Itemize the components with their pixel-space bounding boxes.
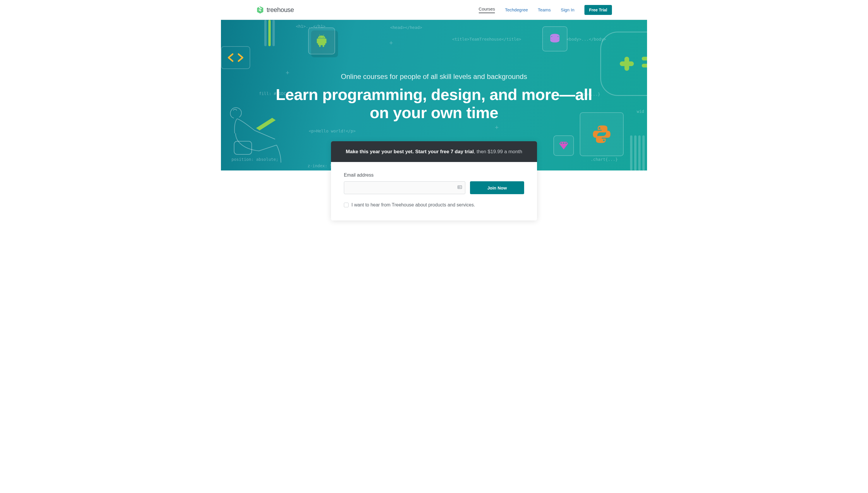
signup-header-bold: Make this year your best yet. Start your… [346, 149, 474, 154]
site-header: treehouse Courses Techdegree Teams Sign … [221, 0, 647, 20]
join-now-button[interactable]: Join Now [470, 181, 524, 194]
marketing-optin-checkbox[interactable] [344, 202, 349, 207]
nav-techdegree[interactable]: Techdegree [505, 7, 528, 12]
deco-code-chart: .chart{...} [591, 157, 618, 162]
logo-text: treehouse [267, 6, 294, 14]
signup-header-rest: , then $19.99 a month [474, 149, 522, 154]
contact-card-icon [457, 185, 462, 191]
nav-courses[interactable]: Courses [479, 6, 495, 13]
svg-rect-7 [459, 187, 460, 188]
nav-teams[interactable]: Teams [538, 7, 551, 12]
email-input[interactable] [344, 181, 465, 194]
deco-bars-icon [630, 135, 645, 170]
email-label: Email address [344, 173, 524, 178]
deco-code-hello: <p>Hello world!</p> [309, 129, 356, 133]
hero-subtitle: Online courses for people of all skill l… [221, 72, 647, 81]
logo[interactable]: treehouse [256, 6, 294, 14]
signup-card: Make this year your best yet. Start your… [331, 141, 537, 220]
nav-sign-in[interactable]: Sign In [561, 7, 575, 12]
svg-rect-5 [234, 141, 252, 154]
deco-code-zindex: z-index: 5; [308, 164, 335, 168]
hero-title: Learn programming, design, and more—all … [267, 85, 601, 122]
main-nav: Courses Techdegree Teams Sign In Free Tr… [479, 5, 612, 15]
signup-header: Make this year your best yet. Start your… [331, 141, 537, 162]
treehouse-logo-icon [256, 6, 264, 14]
free-trial-button[interactable]: Free Trial [584, 5, 612, 15]
ruby-gem-icon [553, 135, 574, 156]
marketing-optin-label[interactable]: I want to hear from Treehouse about prod… [351, 202, 475, 208]
deco-plus-icon: + [495, 124, 499, 131]
